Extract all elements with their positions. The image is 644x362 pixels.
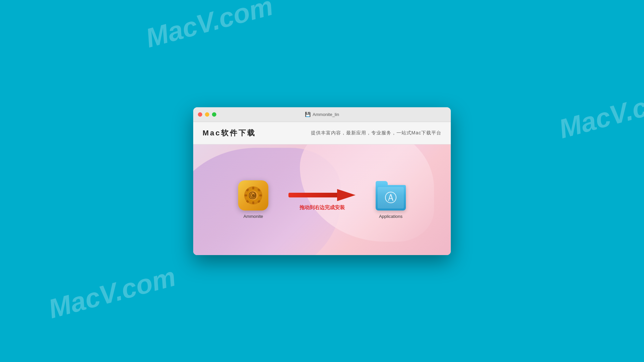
folder-body: Ⓐ	[376, 185, 406, 210]
applications-label: Applications	[379, 214, 402, 219]
install-content: Ammonite 拖动到右边完成安装	[193, 144, 451, 255]
window-title: Ammonite_lin	[313, 112, 339, 117]
window-title-area: 💾 Ammonite_lin	[305, 112, 339, 117]
window-header: Mac软件下载 提供丰富内容，最新应用，专业服务，一站式Mac下载平台	[193, 122, 451, 144]
title-bar: 💾 Ammonite_lin	[193, 107, 451, 122]
folder-inner: Ⓐ	[378, 187, 404, 208]
install-instruction: 拖动到右边完成安装	[300, 204, 345, 211]
app-item: Ammonite	[238, 180, 268, 219]
folder-icon-wrapper: Ⓐ	[376, 180, 406, 210]
maximize-button[interactable]	[212, 112, 216, 117]
install-arrow-area: 拖动到右边完成安装	[288, 188, 356, 211]
mac-window: 💾 Ammonite_lin Mac软件下载 提供丰富内容，最新应用，专业服务，…	[193, 107, 451, 255]
applications-item: Ⓐ Applications	[376, 180, 406, 219]
close-button[interactable]	[198, 112, 202, 117]
svg-rect-12	[288, 193, 340, 197]
svg-marker-13	[337, 189, 356, 201]
ammonite-icon-svg	[243, 185, 263, 205]
svg-rect-4	[245, 194, 247, 196]
watermark-right: MacV.co	[555, 87, 644, 145]
drag-arrow-svg	[288, 188, 356, 202]
minimize-button[interactable]	[205, 112, 209, 117]
folder-tab	[376, 181, 388, 186]
app-name-label: Ammonite	[244, 214, 263, 219]
svg-rect-3	[252, 201, 254, 204]
install-area: Ammonite 拖动到右边完成安装	[193, 144, 451, 255]
traffic-lights	[198, 112, 216, 117]
title-icon: 💾	[305, 112, 311, 117]
site-title: Mac软件下载	[203, 128, 256, 138]
site-subtitle: 提供丰富内容，最新应用，专业服务，一站式Mac下载平台	[311, 130, 441, 136]
svg-rect-2	[252, 187, 254, 189]
svg-point-11	[252, 194, 255, 197]
svg-rect-5	[259, 194, 262, 196]
folder-a-letter: Ⓐ	[385, 190, 397, 206]
app-icon	[238, 180, 268, 210]
watermark-bottom: MacV.com	[45, 261, 179, 324]
watermark-top: MacV.com	[143, 0, 276, 54]
